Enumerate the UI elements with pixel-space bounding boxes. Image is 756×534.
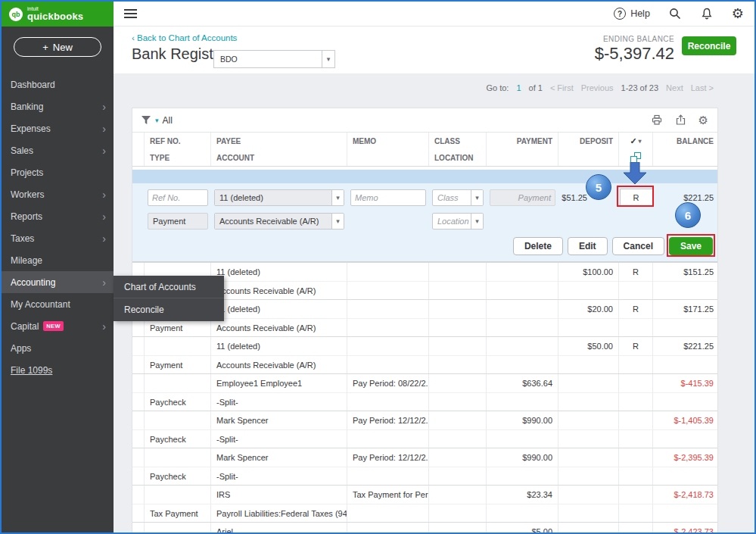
plus-icon: + <box>42 42 48 53</box>
pagination: Go to: 1 of 1 < First Previous 1-23 of 2… <box>486 83 714 92</box>
status-cell <box>619 486 653 504</box>
table-row[interactable]: Ariel $5.00 $-2,423.73 <box>132 522 717 532</box>
chevron-down-icon[interactable]: ▾ <box>471 214 483 229</box>
page-count-label: of 1 <box>529 83 543 92</box>
check-icon: ✓ <box>630 136 636 146</box>
sidebar-item-workers[interactable]: Workers› <box>2 183 114 205</box>
new-button[interactable]: + New <box>14 37 101 57</box>
annotation-step-6: 6 <box>675 202 701 228</box>
account-select[interactable]: BDO ▾ <box>213 50 335 68</box>
col-type: TYPE <box>145 149 211 166</box>
chevron-right-icon: › <box>102 101 106 112</box>
reconcile-status-header[interactable]: ✓ ▾ <box>630 136 641 146</box>
notifications-bell-icon[interactable] <box>700 7 714 20</box>
sidebar-item-file-1099s[interactable]: File 1099s <box>2 359 114 381</box>
col-memo: MEMO <box>347 133 429 149</box>
table-toolbar: ▾ All <box>132 108 717 133</box>
payee-combobox[interactable]: 11 (deleted) ▾ <box>214 189 344 206</box>
ref-no-input[interactable]: Ref No. <box>148 189 208 206</box>
edit-row-balance: $221.25 <box>653 193 718 202</box>
payment-input[interactable]: Payment <box>490 189 555 206</box>
help-button[interactable]: ? Help <box>614 8 650 20</box>
sidebar-item-banking[interactable]: Banking› <box>2 95 114 117</box>
chevron-right-icon: › <box>102 277 106 288</box>
goto-label: Go to: <box>486 83 509 92</box>
filter-all-label: All <box>163 115 173 126</box>
hamburger-menu-icon[interactable] <box>124 9 137 18</box>
chevron-right-icon: › <box>102 321 106 332</box>
table-settings-gear-icon[interactable]: ⚙ <box>698 114 708 126</box>
sidebar-item-accounting[interactable]: Accounting› <box>2 271 114 293</box>
col-ref-no: REF NO. <box>145 133 211 149</box>
annotation-highlight-r-cell <box>617 186 654 207</box>
table-row[interactable]: 11 (deleted) $50.00 R $221.25 Payment Ac… <box>132 336 717 373</box>
status-cell <box>619 411 653 429</box>
col-location: LOCATION <box>429 149 487 166</box>
brand-quickbooks: quickbooks <box>27 11 83 22</box>
back-to-chart-of-accounts-link[interactable]: ‹ Back to Chart of Accounts <box>132 33 237 42</box>
col-payee: PAYEE <box>211 133 347 149</box>
sidebar-item-my-accountant[interactable]: My Accountant <box>2 293 114 315</box>
top-bar: ? Help ⚙ <box>114 2 754 27</box>
previous-page-link[interactable]: Previous <box>581 83 614 92</box>
sidebar-item-projects[interactable]: Projects <box>2 161 114 183</box>
col-class: CLASS <box>429 133 487 149</box>
row-range-label: 1-23 of 23 <box>621 83 659 92</box>
chevron-down-icon[interactable]: ▾ <box>322 50 335 68</box>
sidebar-item-expenses[interactable]: Expenses› <box>2 117 114 139</box>
last-page-link[interactable]: Last > <box>691 83 714 92</box>
chevron-down-icon[interactable]: ▾ <box>331 214 344 229</box>
filter-button[interactable]: ▾ All <box>142 115 173 126</box>
sidebar: qb intuit quickbooks + New Dashboard Ban… <box>2 2 114 532</box>
table-row[interactable]: IRS Tax Payment for Peri... $23.34 $-2,4… <box>132 485 717 522</box>
chevron-down-icon[interactable]: ▾ <box>471 190 483 205</box>
cancel-button[interactable]: Cancel <box>612 237 664 255</box>
qb-logo-icon: qb <box>9 8 23 21</box>
sidebar-item-mileage[interactable]: Mileage <box>2 249 114 271</box>
quickbooks-logo: qb intuit quickbooks <box>2 2 114 27</box>
reconcile-button[interactable]: Reconcile <box>682 36 736 55</box>
new-badge: NEW <box>43 321 63 331</box>
sidebar-item-apps[interactable]: Apps <box>2 337 114 359</box>
funnel-filter-icon <box>142 116 151 125</box>
sidebar-item-capital[interactable]: CapitalNEW› <box>2 315 114 337</box>
table-row[interactable]: Mark Spencer Pay Period: 12/12/2... $990… <box>132 448 717 485</box>
col-date <box>132 133 145 149</box>
first-page-link[interactable]: < First <box>550 83 574 92</box>
export-icon[interactable] <box>675 114 686 126</box>
col-account: ACCOUNT <box>211 149 347 166</box>
search-icon[interactable] <box>668 7 682 20</box>
settings-gear-icon[interactable]: ⚙ <box>732 7 744 20</box>
chevron-down-icon[interactable]: ▾ <box>331 190 344 205</box>
table-row[interactable]: Employee1 Employee1 Pay Period: 08/22/2.… <box>132 373 717 411</box>
account-combobox[interactable]: Accounts Receivable (A/R) ▾ <box>214 213 344 230</box>
chevron-down-icon: ▾ <box>639 138 642 145</box>
ending-balance-label: ENDING BALANCE <box>603 35 674 43</box>
status-cell <box>619 448 653 467</box>
sidebar-item-taxes[interactable]: Taxes› <box>2 227 114 249</box>
table-row[interactable]: Mark Spencer Pay Period: 12/12/2... $990… <box>132 411 717 448</box>
submenu-item-chart-of-accounts[interactable]: Chart of Accounts <box>114 276 224 298</box>
submenu-item-reconcile[interactable]: Reconcile <box>114 298 224 321</box>
edit-button[interactable]: Edit <box>568 237 608 255</box>
sidebar-item-dashboard[interactable]: Dashboard <box>2 73 114 95</box>
location-combobox[interactable]: Location ▾ <box>432 213 484 230</box>
annotation-highlight-save-button <box>667 234 715 257</box>
type-field[interactable]: Payment <box>148 213 208 230</box>
sidebar-item-sales[interactable]: Sales› <box>2 139 114 161</box>
delete-button[interactable]: Delete <box>513 237 563 255</box>
status-cell: R <box>619 300 653 318</box>
print-icon[interactable] <box>651 114 663 126</box>
class-combobox[interactable]: Class ▾ <box>432 189 484 206</box>
chevron-right-icon: › <box>102 123 106 134</box>
chevron-down-icon: ▾ <box>155 117 159 124</box>
next-page-link[interactable]: Next <box>666 83 683 92</box>
page-title: Bank Register <box>132 45 227 63</box>
quickbooks-app-window: qb intuit quickbooks + New Dashboard Ban… <box>0 0 756 534</box>
memo-input[interactable]: Memo <box>350 189 426 206</box>
page-number-input[interactable]: 1 <box>516 83 521 92</box>
sidebar-item-reports[interactable]: Reports› <box>2 205 114 227</box>
accounting-submenu: Chart of Accounts Reconcile <box>114 276 224 321</box>
batch-copy-icon[interactable] <box>630 152 641 163</box>
status-cell <box>619 374 653 392</box>
